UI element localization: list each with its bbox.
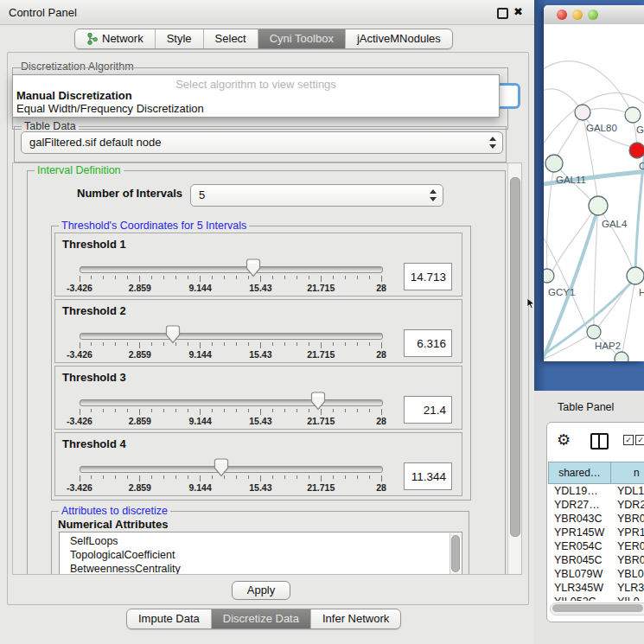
- table-header-row: shared… n: [548, 462, 644, 484]
- attribute-item[interactable]: SelfLoops: [70, 535, 118, 547]
- network-window[interactable]: GAL80GACGAL11GAL4GCY1HHAP2: [544, 5, 644, 361]
- numerical-attributes-list[interactable]: SelfLoopsTopologicalCoefficientBetweenne…: [59, 532, 462, 575]
- tab-discretize-data[interactable]: Discretize Data: [212, 609, 311, 628]
- table-row[interactable]: YBL079WYBL0: [548, 567, 644, 581]
- panel-scrollbar[interactable]: [507, 163, 521, 574]
- tab-label: Style: [167, 29, 192, 48]
- threshold-value-field[interactable]: 14.713: [404, 263, 452, 290]
- table-row[interactable]: YDL19…YDL1: [548, 484, 644, 498]
- slider-ticks: [80, 475, 381, 483]
- threshold-value-field[interactable]: 11.344: [404, 462, 452, 490]
- tab-style[interactable]: Style: [156, 29, 204, 48]
- list-scrollbar[interactable]: [450, 533, 461, 574]
- control-panel: Control Panel ✖ Network Style Select Cyn…: [0, 0, 534, 644]
- tab-label: Network: [102, 29, 143, 48]
- tab-impute-data[interactable]: Impute Data: [127, 609, 212, 628]
- slider-ticks: [80, 409, 381, 417]
- table-data-combobox[interactable]: galFiltered.sif default node: [21, 131, 503, 154]
- network-node-gal11[interactable]: [545, 155, 563, 172]
- network-node-h[interactable]: [627, 267, 644, 284]
- attribute-item[interactable]: TopologicalCoefficient: [70, 549, 175, 561]
- network-node-hap2[interactable]: [587, 325, 601, 339]
- tab-select[interactable]: Select: [204, 29, 258, 48]
- network-node-gcy1[interactable]: [544, 269, 554, 283]
- checkbox-icon[interactable]: ✓: [635, 435, 644, 445]
- network-node-gal80[interactable]: [575, 105, 590, 120]
- slider-tick-label: 2.859: [129, 349, 151, 360]
- number-of-intervals-combobox[interactable]: 5: [190, 184, 443, 207]
- list-scrollbar-thumb[interactable]: [451, 535, 460, 572]
- minimize-traffic-light-icon[interactable]: [572, 10, 583, 20]
- zoom-traffic-light-icon[interactable]: [588, 10, 598, 20]
- slider-thumb[interactable]: [245, 258, 261, 277]
- threshold-value-field[interactable]: 6.316: [404, 329, 452, 357]
- network-node-gal4[interactable]: [589, 196, 608, 215]
- table-row[interactable]: YPR145WYPR1: [548, 526, 644, 539]
- slider-thumb[interactable]: [165, 325, 181, 344]
- table-row[interactable]: YLR345WYLR3: [548, 581, 644, 595]
- network-node-label: GCY1: [548, 287, 575, 297]
- cell-name: YDL1: [611, 484, 644, 498]
- network-node-c[interactable]: [629, 143, 644, 158]
- cell-name: YER0: [611, 539, 644, 553]
- slider-tick-label: 28: [376, 482, 386, 493]
- checkbox-icon[interactable]: ✓: [623, 435, 634, 445]
- cell-name: YBR0: [611, 512, 644, 526]
- cell-name: YBL0: [611, 567, 644, 581]
- close-icon[interactable]: ✖: [513, 5, 523, 18]
- float-icon[interactable]: [497, 8, 508, 19]
- dropdown-option-manual-discretization[interactable]: Manual Discretization: [16, 89, 132, 102]
- network-window-titlebar[interactable]: [544, 5, 644, 25]
- table-rows: YDL19…YDL1YDR27…YDR2YBR043CYBR0YPR145WYP…: [548, 484, 644, 601]
- slider-track[interactable]: [80, 333, 383, 340]
- tab-cyni-toolbox[interactable]: Cyni Toolbox: [258, 29, 346, 48]
- dropdown-option-equal-width-frequency[interactable]: Equal Width/Frequency Discretization: [16, 102, 204, 115]
- table-row[interactable]: YBR043CYBR0: [548, 512, 644, 526]
- network-node-label: H: [639, 287, 644, 297]
- table-row[interactable]: YDR27…YDR2: [548, 498, 644, 512]
- cell-shared-name: YBR043C: [548, 512, 611, 526]
- slider-thumb[interactable]: [214, 458, 229, 477]
- threshold-value-field[interactable]: 21.4: [404, 396, 452, 424]
- slider-tick-label: 9.144: [188, 416, 211, 426]
- table-horizontal-scrollbar[interactable]: [550, 603, 644, 615]
- gear-icon[interactable]: ⚙: [557, 430, 571, 450]
- interval-definition-group-title: Interval Definition: [35, 164, 124, 176]
- column-header-shared[interactable]: shared…: [548, 462, 611, 484]
- tab-jactivemnodules[interactable]: jActiveMNodules: [346, 29, 452, 48]
- slider-track[interactable]: [80, 399, 383, 406]
- slider-track[interactable]: [80, 266, 383, 273]
- slider-tick-label: 2.859: [129, 283, 151, 293]
- network-canvas[interactable]: GAL80GACGAL11GAL4GCY1HHAP2: [544, 24, 644, 361]
- apply-button[interactable]: Apply: [232, 581, 290, 600]
- settings-scroll-area: Interval Definition Number of Intervals …: [12, 163, 522, 575]
- combo-stepper-icon: [429, 189, 437, 201]
- close-traffic-light-icon[interactable]: [557, 10, 567, 20]
- threshold-panel-2: Threshold 2-3.4262.8599.14415.4321.71528…: [54, 299, 462, 363]
- table-row[interactable]: YER054CYER0: [548, 539, 644, 553]
- column-header-name[interactable]: n: [611, 462, 644, 484]
- slider-thumb[interactable]: [310, 392, 326, 411]
- cell-name: YDR2: [611, 498, 644, 512]
- slider-tick-label: 21.715: [307, 416, 335, 426]
- cell-shared-name: YPR145W: [548, 526, 611, 539]
- slider-tick-label: -3.426: [67, 482, 92, 493]
- table-row[interactable]: YIL052CYIL0: [548, 595, 644, 601]
- columns-icon[interactable]: [590, 433, 609, 450]
- threshold-label: Threshold 1: [62, 238, 126, 251]
- tab-network[interactable]: Network: [75, 29, 156, 48]
- network-node[interactable]: [615, 352, 628, 361]
- cell-shared-name: YBR045C: [548, 553, 611, 567]
- panel-scrollbar-thumb[interactable]: [510, 177, 520, 537]
- tab-label: Select: [215, 29, 246, 48]
- table-hscroll-thumb[interactable]: [552, 604, 643, 612]
- table-row[interactable]: YBR045CYBR0: [548, 553, 644, 567]
- attribute-item[interactable]: BetweennessCentrality: [70, 563, 181, 575]
- slider-track[interactable]: [80, 466, 383, 473]
- network-node-ga[interactable]: [625, 107, 641, 123]
- slider-ticks: [80, 342, 381, 350]
- cell-shared-name: YBL079W: [548, 567, 611, 581]
- tab-infer-network[interactable]: Infer Network: [311, 609, 400, 628]
- slider-tick-label: 21.715: [307, 349, 335, 360]
- network-node-label: GAL4: [602, 219, 628, 229]
